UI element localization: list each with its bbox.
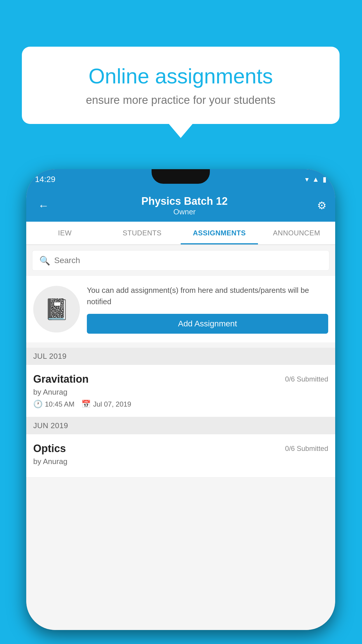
content-area: 🔍 📓 You can add assignment(s) from here … <box>26 245 335 630</box>
search-icon: 🔍 <box>39 256 50 266</box>
assignment-date-item: 📅 Jul 07, 2019 <box>81 400 131 409</box>
assignment-row1: Gravitation 0/6 Submitted <box>33 373 328 385</box>
search-bar[interactable]: 🔍 <box>32 250 329 271</box>
assignment-item-optics[interactable]: Optics 0/6 Submitted by Anurag <box>26 434 335 477</box>
app-bar-title-area: Physics Batch 12 Owner <box>52 195 317 216</box>
assignment-by-gravitation: by Anurag <box>33 388 328 397</box>
app-bar-subtitle: Owner <box>52 207 317 216</box>
signal-icon: ▲ <box>312 175 319 183</box>
status-time: 14:29 <box>35 175 55 184</box>
month-header-jul: JUL 2019 <box>26 348 335 365</box>
phone-screen: 14:29 ▾ ▲ ▮ ← Physics Batch 12 Owner ⚙ I… <box>26 169 335 630</box>
promo-subtitle: ensure more practice for your students <box>42 94 319 106</box>
assignment-date: Jul 07, 2019 <box>93 400 131 408</box>
wifi-icon: ▾ <box>305 175 309 183</box>
empty-state-card: 📓 You can add assignment(s) from here an… <box>26 276 335 342</box>
assignment-icon-circle: 📓 <box>33 286 80 332</box>
add-assignment-button[interactable]: Add Assignment <box>87 314 328 334</box>
search-input[interactable] <box>54 256 322 265</box>
assignment-meta-gravitation: 🕐 10:45 AM 📅 Jul 07, 2019 <box>33 400 328 409</box>
assignment-submitted-gravitation: 0/6 Submitted <box>285 375 328 383</box>
promo-title: Online assignments <box>42 64 319 88</box>
assignment-icon: 📓 <box>44 297 69 321</box>
settings-button[interactable]: ⚙ <box>317 200 326 212</box>
status-icons: ▾ ▲ ▮ <box>305 175 326 183</box>
assignment-item-gravitation[interactable]: Gravitation 0/6 Submitted by Anurag 🕐 10… <box>26 365 335 417</box>
app-bar-title: Physics Batch 12 <box>52 195 317 207</box>
back-button[interactable]: ← <box>35 197 52 215</box>
tab-assignments[interactable]: ASSIGNMENTS <box>181 222 258 244</box>
assignment-name-gravitation: Gravitation <box>33 373 89 385</box>
assignment-name-optics: Optics <box>33 442 66 455</box>
phone-frame: 14:29 ▾ ▲ ▮ ← Physics Batch 12 Owner ⚙ I… <box>26 169 335 630</box>
empty-state-text: You can add assignment(s) from here and … <box>87 285 328 334</box>
assignment-time: 10:45 AM <box>45 400 74 408</box>
assignment-submitted-optics: 0/6 Submitted <box>285 444 328 453</box>
clock-icon: 🕐 <box>33 400 43 409</box>
tab-announcements[interactable]: ANNOUNCEM <box>258 222 335 244</box>
tab-iew[interactable]: IEW <box>26 222 103 244</box>
promo-card: Online assignments ensure more practice … <box>22 47 340 124</box>
battery-icon: ▮ <box>323 175 326 183</box>
tabs-bar: IEW STUDENTS ASSIGNMENTS ANNOUNCEM <box>26 222 335 245</box>
app-bar: ← Physics Batch 12 Owner ⚙ <box>26 190 335 222</box>
month-header-jun: JUN 2019 <box>26 417 335 434</box>
tab-students[interactable]: STUDENTS <box>103 222 181 244</box>
assignment-time-item: 🕐 10:45 AM <box>33 400 74 409</box>
calendar-icon: 📅 <box>81 400 91 409</box>
empty-state-description: You can add assignment(s) from here and … <box>87 285 328 307</box>
phone-notch <box>152 169 210 184</box>
assignment-by-optics: by Anurag <box>33 457 328 466</box>
assignment-row1-optics: Optics 0/6 Submitted <box>33 442 328 455</box>
